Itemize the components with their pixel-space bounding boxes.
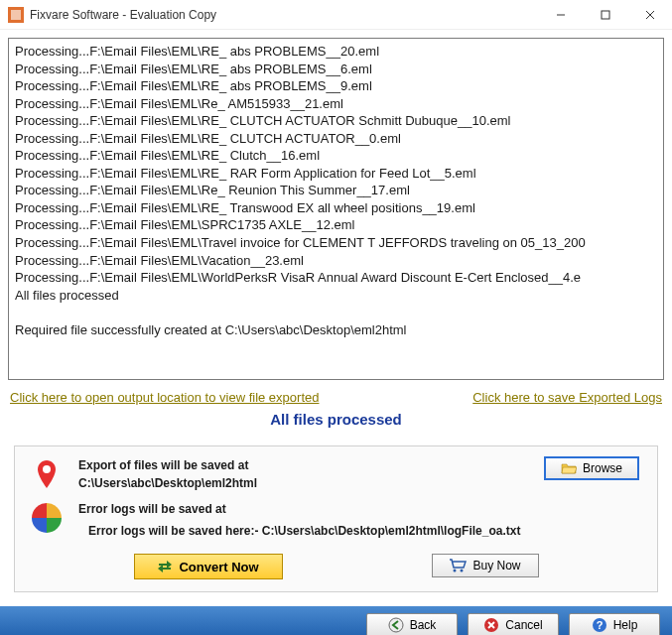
status-text: All files processed	[8, 411, 664, 428]
svg-rect-3	[602, 11, 609, 19]
svg-point-6	[43, 465, 51, 473]
back-arrow-icon	[388, 617, 404, 633]
cancel-label: Cancel	[505, 618, 542, 632]
buy-label: Buy Now	[472, 559, 520, 572]
maximize-button[interactable]	[583, 0, 627, 29]
convert-icon	[157, 559, 173, 574]
folder-icon	[561, 461, 577, 475]
footer-bar: Back Cancel ? Help	[0, 606, 672, 635]
svg-point-7	[454, 570, 457, 572]
save-logs-link[interactable]: Click here to save Exported Logs	[472, 390, 662, 405]
location-pin-icon	[31, 458, 63, 490]
svg-text:?: ?	[596, 619, 603, 631]
export-path: C:\Users\abc\Desktop\eml2html	[78, 474, 544, 492]
window-title: Fixvare Software - Evaluation Copy	[30, 8, 538, 22]
close-button[interactable]	[627, 0, 672, 29]
paths-panel: Export of files will be saved at C:\User…	[14, 445, 658, 592]
browse-button[interactable]: Browse	[544, 456, 639, 480]
svg-point-9	[389, 618, 403, 632]
svg-point-8	[461, 570, 464, 572]
back-label: Back	[410, 618, 437, 632]
app-icon	[8, 7, 24, 23]
pie-chart-icon	[31, 502, 63, 534]
convert-label: Convert Now	[179, 560, 258, 574]
svg-rect-1	[11, 10, 21, 20]
help-label: Help	[613, 618, 638, 632]
titlebar: Fixvare Software - Evaluation Copy	[0, 0, 672, 30]
browse-label: Browse	[583, 461, 622, 475]
help-icon: ?	[592, 617, 607, 633]
processing-log[interactable]: Processing...F:\Email Files\EML\RE_ abs …	[8, 38, 664, 380]
cart-icon	[449, 559, 467, 572]
cancel-button[interactable]: Cancel	[468, 613, 559, 635]
open-output-link[interactable]: Click here to open output location to vi…	[10, 390, 319, 405]
help-button[interactable]: ? Help	[569, 613, 660, 635]
error-path: Error logs will be saved here:- C:\Users…	[88, 522, 647, 540]
error-label: Error logs will be saved at	[78, 500, 647, 518]
cancel-icon	[483, 617, 499, 633]
minimize-button[interactable]	[538, 0, 583, 29]
buy-now-button[interactable]: Buy Now	[432, 554, 539, 577]
back-button[interactable]: Back	[366, 613, 458, 635]
convert-now-button[interactable]: Convert Now	[134, 554, 283, 579]
export-label: Export of files will be saved at	[78, 456, 544, 474]
